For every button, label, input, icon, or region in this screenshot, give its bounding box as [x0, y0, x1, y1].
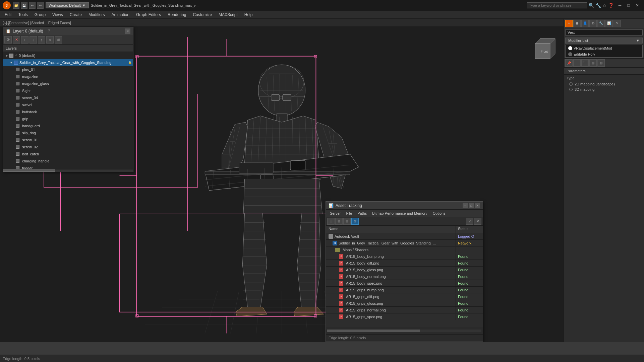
at-menu-file[interactable]: File	[343, 211, 355, 216]
at-row-png-5[interactable]: P AR15_body_spec.png Found	[326, 280, 483, 287]
menu-views[interactable]: Views	[49, 12, 66, 18]
menu-animation[interactable]: Animation	[108, 12, 133, 18]
mp-btn3[interactable]: 👤	[581, 20, 589, 27]
modifier-vray[interactable]: VRayDisplacementMod	[566, 45, 642, 51]
menu-group[interactable]: Group	[31, 12, 49, 18]
layer-item-grip[interactable]: grip	[3, 115, 133, 122]
layer-item-magazine-glass[interactable]: magazine_glass	[3, 80, 133, 87]
at-table[interactable]: Name Status Autodesk Vault Logged O 3 So…	[326, 226, 483, 327]
layer-item-magazine[interactable]: magazine	[3, 73, 133, 80]
layer-add-btn[interactable]: +	[21, 36, 28, 44]
layer-item-charging[interactable]: charging_handle	[3, 157, 133, 164]
minimize-btn[interactable]: ─	[616, 2, 624, 9]
at-scrollbar[interactable]	[327, 330, 481, 332]
layer-item-slipring[interactable]: slip_ring	[3, 129, 133, 136]
mp-btn6[interactable]: 📊	[605, 20, 613, 27]
layer-item-default[interactable]: ▶ ✓ 0 (default)	[3, 52, 133, 59]
layer-scrollbar-thumb[interactable]	[3, 169, 55, 172]
at-close-btn[interactable]: ✕	[475, 203, 480, 208]
at-view-grid-btn[interactable]: ⊞	[335, 218, 343, 225]
param-collapse-icon[interactable]: −	[639, 69, 641, 73]
layer-item-pins01[interactable]: pins_01	[3, 66, 133, 73]
mod-pin-btn[interactable]: 📌	[565, 59, 573, 67]
at-minimize-btn[interactable]: ─	[463, 203, 468, 208]
mod-copy-btn[interactable]: ⊞	[589, 59, 597, 67]
at-row-png-10[interactable]: P AR15_grips_spec.png Found	[326, 313, 483, 320]
help-btn[interactable]: ?	[48, 29, 50, 33]
layer-merge-btn[interactable]: ≈	[46, 36, 54, 44]
mod-paste-btn[interactable]: ⊟	[597, 59, 605, 67]
menu-help[interactable]: Help	[241, 12, 256, 18]
at-menu-server[interactable]: Server	[327, 211, 343, 216]
layer-item-boltcatch[interactable]: bolt_catch	[3, 150, 133, 157]
at-maximize-btn[interactable]: □	[469, 203, 474, 208]
mp-btn4[interactable]: ⚙	[589, 20, 597, 27]
at-options-btn[interactable]: ✕	[474, 218, 481, 225]
menu-maxscript[interactable]: MAXScript	[215, 12, 241, 18]
layer-close-btn[interactable]: ✕	[125, 28, 130, 34]
at-scrollbar-thumb[interactable]	[327, 330, 420, 332]
layer-item-screw04[interactable]: screw_04	[3, 94, 133, 101]
radio-3d-mapping[interactable]: 3D mapping	[564, 87, 644, 92]
at-menu-paths[interactable]: Paths	[355, 211, 369, 216]
modifier-editable-poly[interactable]: Editable Poly	[566, 51, 642, 57]
layer-item-screw02[interactable]: screw_02	[3, 143, 133, 150]
menu-tools[interactable]: Tools	[15, 12, 31, 18]
viewport[interactable]: [+] [Perspective] [Shaded + Edged Faces]…	[0, 19, 564, 342]
layer-item-screw01[interactable]: screw_01	[3, 136, 133, 143]
menu-rendering[interactable]: Rendering	[164, 12, 189, 18]
layer-down-btn[interactable]: ↓	[30, 36, 37, 44]
at-row-png-2[interactable]: P AR15_body_diff.png Found	[326, 260, 483, 267]
workspace-button[interactable]: Workspace: Default ▼	[46, 2, 89, 8]
maximize-btn[interactable]: □	[625, 2, 633, 9]
layer-delete-btn[interactable]: ✕	[13, 36, 20, 44]
at-help-btn[interactable]: ?	[466, 218, 473, 225]
search-input[interactable]	[527, 2, 587, 8]
at-row-png-4[interactable]: P AR15_body_normal.png Found	[326, 273, 483, 280]
mp-btn1[interactable]: ✦	[565, 20, 573, 27]
at-view-detail-btn[interactable]: ⊠	[351, 218, 359, 225]
mp-btn7[interactable]: ✎	[613, 20, 621, 27]
mod-config-btn[interactable]: ⬛	[581, 59, 589, 67]
mp-btn5[interactable]: 🔧	[597, 20, 605, 27]
at-view-list-btn[interactable]: ☰	[327, 218, 335, 225]
viewcube[interactable]: Front	[530, 37, 557, 64]
layer-freeze-btn[interactable]: ≋	[55, 36, 62, 44]
layer-item-buttstock[interactable]: buttstock	[3, 108, 133, 115]
at-menu-bitmap[interactable]: Bitmap Performance and Memory	[369, 211, 430, 216]
redo-btn[interactable]: ↪	[37, 2, 44, 9]
undo-btn[interactable]: ↩	[29, 2, 36, 9]
mod-remove-btn[interactable]: −	[573, 59, 581, 67]
at-menu-options[interactable]: Options	[430, 211, 448, 216]
layer-item-swivel[interactable]: swivel	[3, 101, 133, 108]
radio-2d-mapping[interactable]: 2D mapping (landscape)	[564, 81, 644, 87]
at-row-vault[interactable]: Autodesk Vault Logged O	[326, 233, 483, 240]
at-row-maps[interactable]: Maps / Shaders	[326, 246, 483, 253]
at-view-small-btn[interactable]: ⊟	[343, 218, 351, 225]
close-btn[interactable]: ✕	[633, 2, 641, 9]
modifier-list-dropdown[interactable]: Modifier List ▼	[565, 38, 643, 44]
star-icon[interactable]: ☆	[602, 3, 607, 8]
at-row-png-8[interactable]: P AR15_grips_gloss.png Found	[326, 300, 483, 307]
layer-item-sight[interactable]: Sight	[3, 87, 133, 94]
search-icon[interactable]: 🔍	[588, 3, 594, 8]
at-row-soldier[interactable]: 3 Soldier_in_Grey_Tactical_Gear_with_Gog…	[326, 240, 483, 246]
object-name-field[interactable]	[565, 29, 643, 35]
help-icon[interactable]: ❓	[608, 3, 614, 8]
menu-customize[interactable]: Customize	[189, 12, 215, 18]
open-file-btn[interactable]: 📁	[13, 2, 19, 9]
mp-btn2[interactable]: ⬟	[573, 20, 581, 27]
at-row-png-6[interactable]: P AR15_grips_bump.png Found	[326, 287, 483, 293]
menu-edit[interactable]: Edit	[1, 12, 15, 18]
layer-refresh-btn[interactable]: ⟳	[4, 36, 12, 44]
layer-item-handguard[interactable]: handguard	[3, 122, 133, 129]
layer-sort-btn[interactable]: ↕	[38, 36, 45, 44]
layer-item-trigger[interactable]: trigger	[3, 164, 133, 169]
at-row-png-7[interactable]: P AR15_grips_diff.png Found	[326, 293, 483, 300]
menu-modifiers[interactable]: Modifiers	[85, 12, 108, 18]
at-row-png-9[interactable]: P AR15_grips_normal.png Found	[326, 307, 483, 313]
save-btn[interactable]: 💾	[21, 2, 27, 9]
menu-create[interactable]: Create	[66, 12, 85, 18]
layer-scrollbar[interactable]	[3, 169, 133, 172]
tool1-icon[interactable]: 🔧	[595, 3, 601, 8]
